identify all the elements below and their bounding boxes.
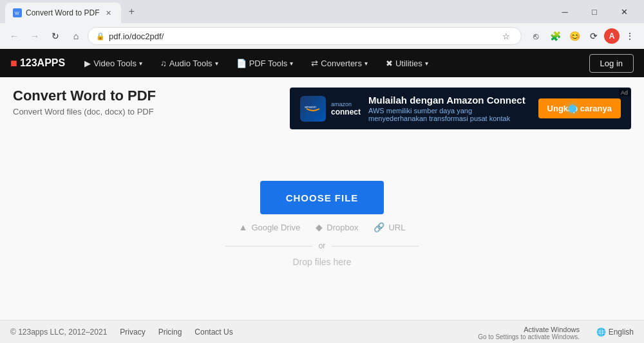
ad-title: Mulailah dengan Amazon Connect xyxy=(368,95,531,106)
windows-activation-notice: Activate Windows Go to Settings to activ… xyxy=(478,326,580,340)
tab-favicon: W xyxy=(13,8,22,17)
google-drive-option[interactable]: ▲ Google Drive xyxy=(239,222,301,232)
svg-text:amazon: amazon xyxy=(305,105,316,109)
chevron-icon-4: ▾ xyxy=(365,60,368,67)
google-drive-icon: ▲ xyxy=(239,222,248,232)
pricing-link[interactable]: Pricing xyxy=(158,328,182,337)
divider-row: or xyxy=(225,241,419,250)
converter-area: CHOOSE FILE ▲ Google Drive ◆ Dropbox 🔗 U… xyxy=(0,134,644,320)
page-footer: © 123apps LLC, 2012–2021 Privacy Pricing… xyxy=(0,320,644,343)
extensions-icon[interactable]: 🧩 xyxy=(546,27,564,45)
lock-icon: 🔒 xyxy=(96,32,105,41)
ad-description: AWS memiliki sumber daya yang menyederha… xyxy=(368,107,531,122)
toolbar-icons: ⎋ 🧩 😊 ⟳ A ⋮ xyxy=(527,27,639,45)
link-icon: 🔗 xyxy=(374,222,384,232)
nav-pdf-tools[interactable]: 📄 PDF Tools ▾ xyxy=(232,56,298,71)
svg-rect-2 xyxy=(303,102,323,115)
video-icon: ▶ xyxy=(84,59,91,68)
divider-right xyxy=(332,246,419,246)
url-option[interactable]: 🔗 URL xyxy=(374,222,405,232)
copyright-text: © 123apps LLC, 2012–2021 xyxy=(10,328,107,337)
nav-pdf-label: PDF Tools xyxy=(249,59,288,68)
google-drive-label: Google Drive xyxy=(251,223,300,232)
page-content: Convert Word to PDF Convert Word files (… xyxy=(0,77,644,343)
ad-cta-button[interactable]: Ungkap caranya xyxy=(538,98,621,118)
cast-icon[interactable]: ⎋ xyxy=(527,27,545,45)
language-label: English xyxy=(609,328,634,337)
app-logo[interactable]: ■ 123APPS xyxy=(10,57,65,70)
audio-icon: ♫ xyxy=(160,59,167,68)
dropbox-icon: ◆ xyxy=(316,222,323,232)
dropbox-label: Dropbox xyxy=(327,223,358,232)
language-selector[interactable]: 🌐 English xyxy=(596,328,634,337)
url-label: URL xyxy=(388,223,405,232)
active-tab[interactable]: W Convert Word to PDF ✕ xyxy=(5,3,121,23)
pdf-icon: 📄 xyxy=(236,59,247,68)
address-text: pdf.io/doc2pdf/ xyxy=(109,32,495,41)
address-bar[interactable]: 🔒 pdf.io/doc2pdf/ ☆ xyxy=(88,27,522,45)
page-subtitle: Convert Word files (doc, docx) to PDF xyxy=(13,107,277,116)
reload-button[interactable]: ↻ xyxy=(46,27,64,45)
maximize-button[interactable]: □ xyxy=(580,1,609,22)
privacy-link[interactable]: Privacy xyxy=(120,328,145,337)
divider-text: or xyxy=(319,241,326,250)
ad-banner: Ad amazon amazon connect xyxy=(290,88,631,129)
page-title-section: Convert Word to PDF Convert Word files (… xyxy=(13,88,277,116)
choose-file-button[interactable]: CHOOSE FILE xyxy=(260,181,384,214)
page-header: Convert Word to PDF Convert Word files (… xyxy=(0,77,644,134)
bookmark-icon[interactable]: ☆ xyxy=(499,29,513,43)
minimize-button[interactable]: ─ xyxy=(550,1,580,22)
nav-converters[interactable]: ⇄ Converters ▾ xyxy=(307,56,372,71)
tab-title: Convert Word to PDF xyxy=(26,8,99,17)
login-button[interactable]: Log in xyxy=(589,54,634,73)
nav-video-label: Video Tools xyxy=(93,59,137,68)
sync-icon[interactable]: ⟳ xyxy=(585,27,603,45)
drop-files-text: Drop files here xyxy=(292,257,351,267)
dropbox-option[interactable]: ◆ Dropbox xyxy=(316,222,358,232)
home-button[interactable]: ⌂ xyxy=(67,27,85,45)
ad-logo-icon: amazon xyxy=(300,96,326,122)
contact-link[interactable]: Contact Us xyxy=(194,328,232,337)
globe-icon: 🌐 xyxy=(596,328,606,337)
app-container: ■ 123APPS ▶ Video Tools ▾ ♫ Audio Tools … xyxy=(0,49,644,343)
chevron-icon-2: ▾ xyxy=(215,60,218,67)
new-tab-button[interactable]: + xyxy=(124,4,139,19)
close-window-button[interactable]: ✕ xyxy=(609,1,639,22)
ad-content: Mulailah dengan Amazon Connect AWS memil… xyxy=(368,95,531,122)
divider-left xyxy=(225,246,312,246)
back-button[interactable]: ← xyxy=(5,27,23,45)
browser-chrome: W Convert Word to PDF ✕ + ─ □ ✕ ← → ↻ ⌂ … xyxy=(0,0,644,49)
nav-video-tools[interactable]: ▶ Video Tools ▾ xyxy=(80,56,146,71)
app-navigation: ■ 123APPS ▶ Video Tools ▾ ♫ Audio Tools … xyxy=(0,49,644,77)
ad-brand-main: connect xyxy=(331,107,361,116)
address-actions: ☆ xyxy=(499,29,513,43)
utilities-icon: ✖ xyxy=(386,59,393,68)
profile-avatar[interactable]: A xyxy=(604,28,620,44)
address-bar-row: ← → ↻ ⌂ 🔒 pdf.io/doc2pdf/ ☆ ⎋ 🧩 😊 ⟳ A ⋮ xyxy=(0,23,644,49)
chevron-icon: ▾ xyxy=(139,60,142,67)
logo-text: 123APPS xyxy=(20,57,65,69)
drop-zone: Drop files here xyxy=(292,257,351,267)
nav-audio-tools[interactable]: ♫ Audio Tools ▾ xyxy=(156,56,222,71)
nav-utilities-label: Utilities xyxy=(395,59,422,68)
page-title: Convert Word to PDF xyxy=(13,88,277,104)
title-bar: W Convert Word to PDF ✕ + ─ □ ✕ xyxy=(0,0,644,23)
ad-logo-area: amazon amazon connect xyxy=(300,96,361,122)
tab-close-button[interactable]: ✕ xyxy=(103,8,113,18)
nav-audio-label: Audio Tools xyxy=(169,59,213,68)
windows-sub: Go to Settings to activate Windows. xyxy=(478,333,580,340)
converters-icon: ⇄ xyxy=(311,59,318,68)
chevron-icon-5: ▾ xyxy=(425,60,428,67)
emoji-icon[interactable]: 😊 xyxy=(565,27,583,45)
windows-title: Activate Windows xyxy=(478,326,580,333)
nav-converters-label: Converters xyxy=(321,59,362,68)
ad-brand-small: amazon xyxy=(331,101,361,107)
ad-decorative-dot xyxy=(569,105,576,113)
source-options: ▲ Google Drive ◆ Dropbox 🔗 URL xyxy=(239,222,406,232)
forward-button[interactable]: → xyxy=(26,27,44,45)
chevron-icon-3: ▾ xyxy=(290,60,293,67)
menu-button[interactable]: ⋮ xyxy=(621,27,639,45)
nav-utilities[interactable]: ✖ Utilities ▾ xyxy=(382,56,432,71)
svg-text:W: W xyxy=(15,11,19,15)
ad-brand-text: amazon connect xyxy=(331,101,361,116)
